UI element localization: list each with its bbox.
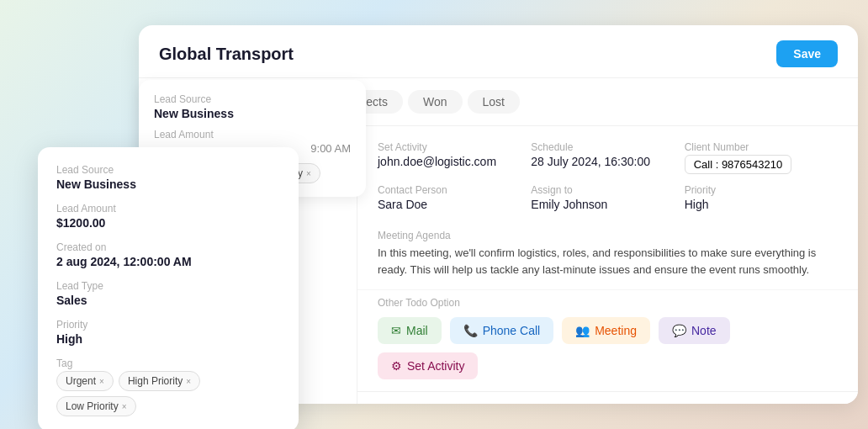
todo-set-activity-label: Set Activity xyxy=(407,359,464,373)
fc-created-on-label: Created on xyxy=(56,241,280,253)
contact-person-label: Contact Person xyxy=(378,184,531,196)
fc-lead-amount-value: $1200.00 xyxy=(56,216,280,230)
assign-to-value: Emily Johnson xyxy=(531,198,684,211)
fc-tag-high-priority[interactable]: High Priority × xyxy=(119,371,200,391)
activity-grid: Set Activity john.doe@logistic.com Sched… xyxy=(378,141,838,211)
priority-value: High xyxy=(685,198,838,211)
fc-tag-label: Tag xyxy=(56,358,280,369)
fc-lead-source-label: Lead Source xyxy=(56,164,280,176)
pipeline-step-lost[interactable]: Lost xyxy=(468,90,520,114)
todo-note-label: Note xyxy=(691,324,717,337)
fc-lead-amount-label: Lead Amount xyxy=(56,203,280,214)
meeting-icon: 👥 xyxy=(575,324,590,337)
todo-buttons: ✉ Mail 📞 Phone Call 👥 Meeting 💬 Note xyxy=(378,317,838,379)
activity-tabs: All Activity Email Phone Call Meetings L… xyxy=(357,391,858,404)
fc-created-on-value: 2 aug 2024, 12:00:00 AM xyxy=(56,255,280,268)
activity-info: Set Activity john.doe@logistic.com Sched… xyxy=(357,126,858,221)
pipeline-step-won[interactable]: Won xyxy=(408,90,463,114)
tab-note[interactable]: Note xyxy=(733,392,785,404)
schedule-label: Schedule xyxy=(531,141,684,153)
todo-mail-label: Mail xyxy=(406,324,428,337)
todo-phone-label: Phone Call xyxy=(483,324,541,337)
tab-lunch[interactable]: Lunch xyxy=(673,392,732,404)
bc-lead-source-value: New Business xyxy=(154,107,351,120)
tab-meetings[interactable]: Meetings xyxy=(599,392,674,404)
fc-tag-urgent[interactable]: Urgent × xyxy=(56,371,114,391)
main-header: Global Transport Save xyxy=(139,25,858,78)
page-title: Global Transport xyxy=(159,45,294,64)
set-activity-value: john.doe@logistic.com xyxy=(378,155,531,168)
tab-phone-call[interactable]: Phone Call xyxy=(514,392,599,404)
set-activity-field: Set Activity john.doe@logistic.com xyxy=(378,141,531,174)
todo-label: Other Todo Option xyxy=(378,297,838,309)
bc-lead-source-label: Lead Source xyxy=(154,93,351,105)
assign-to-field: Assign to Emily Johnson xyxy=(531,184,684,211)
priority-label: Priority xyxy=(685,184,838,196)
fc-priority-value: High xyxy=(56,332,280,346)
priority-field: Priority High xyxy=(685,184,838,211)
bc-time-value: 9:00 AM xyxy=(310,142,351,155)
contact-person-value: Sara Doe xyxy=(378,198,531,211)
fc-priority-label: Priority xyxy=(56,319,280,331)
tab-all-activity[interactable]: All Activity xyxy=(378,392,458,404)
meeting-agenda-text: In this meeting, we'll confirm logistics… xyxy=(378,245,838,278)
phone-icon: 📞 xyxy=(463,324,478,337)
floating-card: Lead Source New Business Lead Amount $12… xyxy=(38,147,299,429)
note-icon: 💬 xyxy=(672,324,686,337)
todo-mail-button[interactable]: ✉ Mail xyxy=(378,317,442,344)
bc-lead-amount-label: Lead Amount xyxy=(154,129,351,140)
client-number-value: Call : 9876543210 xyxy=(685,155,792,174)
fc-lead-type-label: Lead Type xyxy=(56,280,280,292)
set-activity-label: Set Activity xyxy=(378,141,531,153)
todo-section: Other Todo Option ✉ Mail 📞 Phone Call 👥 … xyxy=(357,289,858,391)
todo-phone-button[interactable]: 📞 Phone Call xyxy=(450,317,554,344)
tab-email[interactable]: Email xyxy=(458,392,514,404)
set-activity-icon: ⚙ xyxy=(391,359,402,373)
fc-lead-source-value: New Business xyxy=(56,177,280,191)
todo-meeting-button[interactable]: 👥 Meeting xyxy=(562,317,650,344)
schedule-field: Schedule 28 July 2024, 16:30:00 xyxy=(531,141,684,174)
contact-person-field: Contact Person Sara Doe xyxy=(378,184,531,211)
mail-icon: ✉ xyxy=(391,324,401,337)
assign-to-label: Assign to xyxy=(531,184,684,196)
fc-tag-low-priority[interactable]: Low Priority × xyxy=(56,396,136,416)
meeting-agenda-label: Meeting Agenda xyxy=(378,230,838,241)
meeting-agenda-section: Meeting Agenda In this meeting, we'll co… xyxy=(357,221,858,289)
save-button[interactable]: Save xyxy=(776,40,838,67)
todo-meeting-label: Meeting xyxy=(595,324,637,337)
fc-lead-type-value: Sales xyxy=(56,294,280,307)
todo-note-button[interactable]: 💬 Note xyxy=(659,317,730,344)
todo-set-activity-button[interactable]: ⚙ Set Activity xyxy=(378,352,478,379)
right-panel: Set Activity john.doe@logistic.com Sched… xyxy=(357,126,858,404)
client-number-field: Client Number Call : 9876543210 xyxy=(685,141,838,174)
fc-tag-row: Urgent × High Priority × Low Priority × xyxy=(56,371,280,416)
schedule-value: 28 July 2024, 16:30:00 xyxy=(531,155,684,168)
client-number-label: Client Number xyxy=(685,141,838,153)
